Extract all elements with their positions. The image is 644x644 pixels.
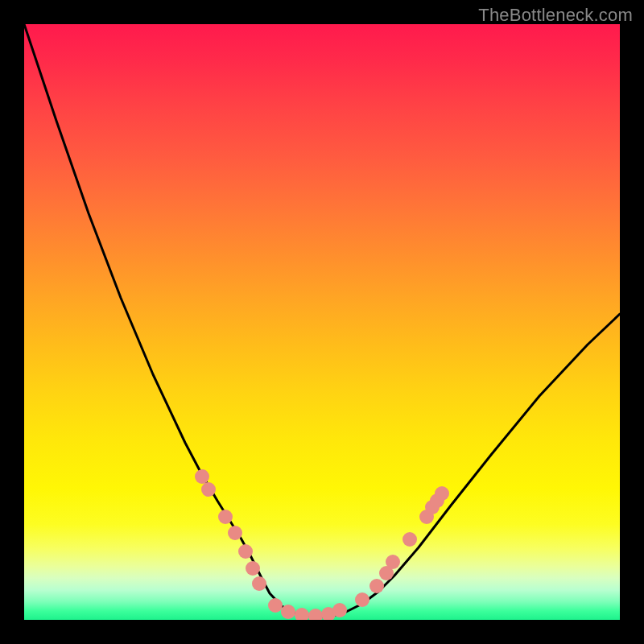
curve-marker — [228, 526, 242, 540]
curve-layer — [24, 24, 620, 620]
curve-marker — [386, 555, 400, 569]
curve-marker — [402, 532, 417, 547]
curve-marker — [195, 469, 209, 484]
curve-marker — [355, 592, 369, 607]
curve-marker — [201, 482, 216, 497]
curve-marker — [281, 605, 295, 619]
curve-marker — [308, 609, 323, 620]
curve-markers — [195, 469, 449, 620]
curve-marker — [332, 603, 347, 617]
plot-area — [24, 24, 620, 620]
watermark-text: TheBottleneck.com — [478, 5, 633, 26]
curve-marker — [295, 608, 309, 620]
chart-frame: TheBottleneck.com — [0, 0, 644, 644]
curve-marker — [435, 486, 449, 501]
curve-marker — [268, 598, 283, 613]
curve-marker — [369, 579, 384, 593]
curve-marker — [246, 561, 260, 576]
bottleneck-curve — [24, 24, 620, 617]
curve-marker — [252, 576, 266, 591]
curve-path — [24, 24, 620, 617]
curve-marker — [238, 544, 253, 559]
curve-marker — [218, 510, 233, 524]
